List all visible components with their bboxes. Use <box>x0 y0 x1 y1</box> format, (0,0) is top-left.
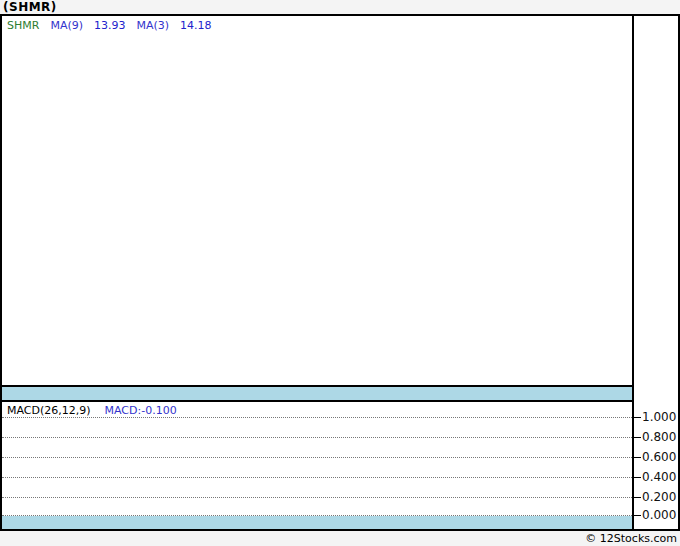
tick-label: 0.800 <box>642 430 676 444</box>
y-axis-tick: 0.400 <box>634 470 676 484</box>
tick-label: 0.400 <box>642 470 676 484</box>
ma9-value: 13.93 <box>94 19 126 32</box>
macd-gridline <box>2 437 632 438</box>
tick-mark <box>634 477 641 478</box>
ma3-label: MA(3) <box>137 19 170 32</box>
macd-legend: MACD(26,12,9)MACD:-0.100 <box>7 404 177 417</box>
y-axis-tick: 0.200 <box>634 490 676 504</box>
ma9-label: MA(9) <box>50 19 83 32</box>
macd-gridline <box>2 417 632 418</box>
site-credit[interactable]: © 12Stocks.com <box>0 531 680 546</box>
macd-gridline <box>2 497 632 498</box>
y-axis-tick: 0.600 <box>634 450 676 464</box>
tick-mark <box>634 437 641 438</box>
ma3-value: 14.18 <box>180 19 212 32</box>
macd-bottom-band <box>2 516 632 529</box>
tick-label: 1.000 <box>642 410 676 424</box>
y-axis-tick: 1.000 <box>634 410 676 424</box>
y-axis-tick: 0.000 <box>634 508 676 522</box>
tick-mark <box>634 457 641 458</box>
page-title: (SHMR) <box>3 0 57 14</box>
ticker-symbol: SHMR <box>7 19 39 32</box>
tick-mark <box>634 417 641 418</box>
macd-params-label: MACD(26,12,9) <box>7 404 91 417</box>
price-panel: SHMRMA(9)13.93MA(3)14.18 <box>2 16 632 385</box>
price-legend: SHMRMA(9)13.93MA(3)14.18 <box>7 19 223 32</box>
tick-label: 0.000 <box>642 508 676 522</box>
tick-label: 0.600 <box>642 450 676 464</box>
tick-label: 0.200 <box>642 490 676 504</box>
plot-column: SHMRMA(9)13.93MA(3)14.18 MACD(26,12,9)MA… <box>2 16 632 529</box>
macd-gridline <box>2 457 632 458</box>
macd-y-axis: 1.000 0.800 0.600 0.400 0.200 0.000 <box>632 16 678 529</box>
macd-panel: MACD(26,12,9)MACD:-0.100 <box>2 402 632 529</box>
y-axis-tick: 0.800 <box>634 430 676 444</box>
macd-gridline <box>2 477 632 478</box>
macd-value-label: MACD:-0.100 <box>105 404 177 417</box>
tick-mark <box>634 515 641 516</box>
chart-frame: SHMRMA(9)13.93MA(3)14.18 MACD(26,12,9)MA… <box>0 14 680 531</box>
divider-band <box>2 385 632 402</box>
tick-mark <box>634 497 641 498</box>
